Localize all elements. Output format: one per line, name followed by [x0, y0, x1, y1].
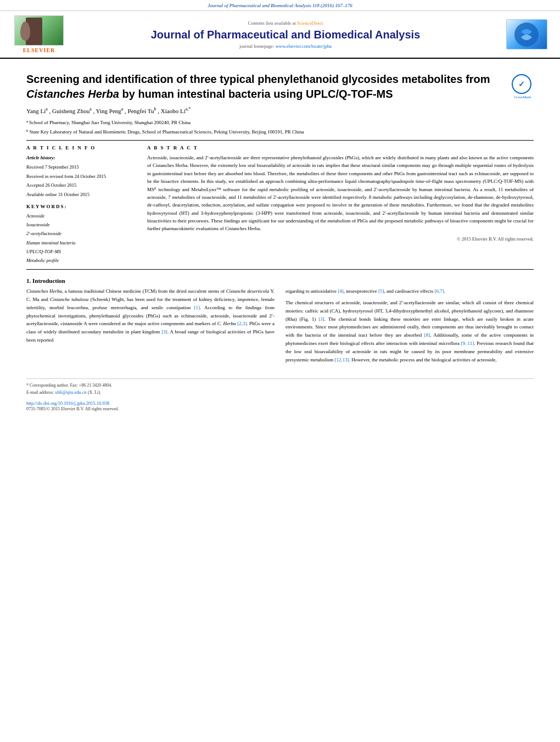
email-line: E-mail address: xbli@sjtu.edu.cn (X. Li)… — [26, 389, 534, 397]
affiliation-b: b State Key Laboratory of Natural and Bi… — [26, 128, 534, 136]
main-content: Screening and identification of three ty… — [0, 59, 560, 420]
authors-line: Yang Lia , Guisheng Zhoua , Ying Penga ,… — [26, 106, 534, 115]
received-date: Received 7 September 2015 — [26, 163, 136, 171]
cistanche-deserticola-italic: Cistanche deserticola — [226, 288, 270, 294]
keywords-list: Acteoside Isoacteoside 2′-acetyllacteosi… — [26, 211, 136, 265]
affiliations: a School of Pharmacy, Shanghai Jiao Tong… — [26, 119, 534, 136]
elsevier-logo-area: ELSEVIER — [9, 15, 69, 53]
journal-header: ELSEVIER Contents lists available at Sci… — [0, 11, 560, 59]
article-info-col: A R T I C L E I N F O Article history: R… — [26, 145, 136, 265]
article-title-section: Screening and identification of three ty… — [26, 72, 534, 102]
author4-sup: b — [154, 107, 156, 111]
email-link[interactable]: xbli@sjtu.edu.cn — [55, 389, 87, 395]
introduction-title: 1. Introduction — [26, 277, 534, 284]
ref-3b[interactable]: [3] — [318, 316, 324, 322]
ref-5[interactable]: [5] — [378, 288, 384, 294]
keywords-header: Keywords: — [26, 204, 136, 209]
article-info-header: A R T I C L E I N F O — [26, 145, 136, 150]
intro-text-left: Cistanches Herba, a famous traditional C… — [26, 287, 275, 344]
history-label: Article history: — [26, 154, 136, 161]
cistanches-herba-italic: Cistanches Herba — [26, 288, 62, 294]
footnote: * Corresponding author. Fax: +86 21 3420… — [26, 382, 534, 397]
keywords-section: Keywords: Acteoside Isoacteoside 2′-acet… — [26, 204, 136, 265]
article-title: Screening and identification of three ty… — [26, 72, 506, 102]
footer-section: * Corresponding author. Fax: +86 21 3420… — [26, 378, 534, 413]
author4-name: , Pengfei Tu — [125, 108, 154, 114]
cistanche-tubulosa-italic: Cistanche tubulosa — [50, 297, 88, 302]
article-history: Article history: Received 7 September 20… — [26, 154, 136, 198]
title-part2: by human intestinal bacteria using UPLC/… — [119, 88, 393, 100]
ref-9-11[interactable]: [9–11] — [461, 341, 474, 346]
affiliation-a: a School of Pharmacy, Shanghai Jiao Tong… — [26, 119, 534, 126]
journal-citation: Journal of Pharmaceutical and Biomedical… — [208, 3, 352, 8]
copyright-line: © 2015 Elsevier B.V. All rights reserved… — [147, 236, 534, 242]
doi-link[interactable]: http://dx.doi.org/10.1016/j.jpba.2015.10… — [26, 400, 109, 406]
divider-top — [26, 140, 534, 141]
author5-sup: a,* — [186, 107, 191, 111]
ref-2-3[interactable]: [2,3] — [237, 321, 247, 326]
keyword-2: Isoacteoside — [26, 220, 136, 229]
journal-bar: Journal of Pharmaceutical and Biomedical… — [0, 0, 560, 11]
keyword-6: Metabolic profile — [26, 256, 136, 265]
title-part1: Screening and identification of three ty… — [26, 73, 490, 85]
ref-12-13[interactable]: [12,13] — [334, 357, 349, 362]
author1-sup: a — [46, 107, 48, 111]
contents-text: Contents lists available at — [248, 20, 296, 26]
sciencedirect-link[interactable]: ScienceDirect — [297, 20, 323, 26]
ref-6-7[interactable]: [6,7] — [435, 288, 444, 294]
affil-b-sup: b — [26, 128, 29, 136]
author2-name: , Guisheng Zhou — [49, 108, 90, 114]
intro-text-right-1: regarding to antioxidative [4], neuropro… — [285, 287, 534, 295]
affil-a-sup: a — [26, 119, 28, 126]
revised-date: Received in revised form 24 October 2015 — [26, 172, 136, 180]
journal-homepage: journal homepage: www.elsevier.com/locat… — [69, 43, 502, 49]
homepage-label: journal homepage: — [239, 43, 275, 49]
ref-3[interactable]: [3] — [161, 329, 167, 334]
affil-a-text: School of Pharmacy, Shanghai Jiao Tong U… — [29, 119, 191, 126]
keyword-4: Human intestinal bacteria — [26, 238, 136, 247]
elsevier-logo-image — [14, 15, 64, 46]
author2-sup: a — [89, 107, 92, 111]
crossmark-label: CrossMark — [512, 95, 534, 99]
intro-col-left: Cistanches Herba, a famous traditional C… — [26, 287, 275, 367]
email-parenthetical: (X. Li). — [88, 390, 101, 395]
abstract-header: A B S T R A C T — [147, 145, 534, 150]
abstract-text: Acteoside, isoacteoside, and 2′-acetylla… — [147, 154, 534, 233]
author3-name: , Ying Peng — [93, 108, 121, 114]
introduction-columns: Cistanches Herba, a famous traditional C… — [26, 287, 534, 367]
journal-logo-image — [506, 19, 547, 49]
author1-name: Yang Li — [26, 108, 46, 114]
accepted-date: Accepted 26 October 2015 — [26, 181, 136, 189]
abstract-col: A B S T R A C T Acteoside, isoacteoside,… — [147, 145, 534, 265]
homepage-link[interactable]: www.elsevier.com/locate/jpba — [276, 43, 332, 49]
doi-section: http://dx.doi.org/10.1016/j.jpba.2015.10… — [26, 400, 534, 406]
abstract-paragraph: Acteoside, isoacteoside, and 2′-acetylla… — [147, 154, 534, 233]
contents-line: Contents lists available at ScienceDirec… — [69, 20, 502, 26]
author3-sup: a — [121, 107, 124, 111]
title-italic: Cistanches Herba — [26, 88, 119, 100]
journal-logo-right — [502, 19, 551, 49]
keyword-5: UPLC/Q-TOF-MS — [26, 247, 136, 256]
keyword-1: Acteoside — [26, 211, 136, 220]
ref-8[interactable]: [8] — [424, 332, 430, 338]
ref-4[interactable]: [4] — [338, 288, 344, 294]
divider-middle — [26, 269, 534, 270]
affil-b-text: State Key Laboratory of Natural and Biom… — [30, 128, 304, 136]
intro-number: 1. — [26, 277, 31, 284]
journal-title-center: Contents lists available at ScienceDirec… — [69, 20, 502, 49]
issn-line: 0731-7085/© 2015 Elsevier B.V. All right… — [26, 406, 534, 413]
journal-main-title: Journal of Pharmaceutical and Biomedical… — [69, 28, 502, 41]
c-herba-italic: C. Herba — [217, 321, 236, 326]
corresponding-author: * Corresponding author. Fax: +86 21 3420… — [26, 382, 534, 389]
ref-1[interactable]: [1] — [194, 305, 200, 310]
available-date: Available online 31 October 2015 — [26, 191, 136, 198]
intro-text-right-2: The chemical structures of acteoside, is… — [285, 299, 534, 364]
intro-title: Introduction — [32, 277, 65, 284]
intro-col-right: regarding to antioxidative [4], neuropro… — [285, 287, 534, 367]
article-info-abstract: A R T I C L E I N F O Article history: R… — [26, 145, 534, 265]
keyword-3: 2′-acetyllacteoside — [26, 229, 136, 238]
email-label: E-mail address: — [26, 390, 54, 395]
author5-name: , Xiaobo Li — [158, 108, 185, 114]
body-content: 1. Introduction Cistanches Herba, a famo… — [26, 277, 534, 367]
crossmark-badge: ✓ CrossMark — [512, 74, 534, 99]
